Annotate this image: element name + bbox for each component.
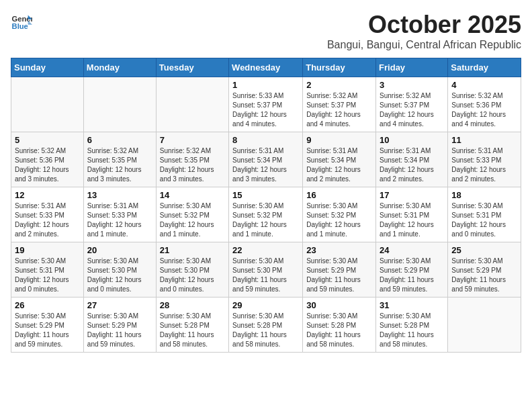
logo-icon: General Blue [11, 11, 32, 32]
day-number: 28 [160, 300, 225, 310]
calendar-header-row: Sunday Monday Tuesday Wednesday Thursday… [11, 58, 521, 77]
day-info: Sunrise: 5:30 AM Sunset: 5:28 PM Dayligh… [306, 312, 372, 349]
calendar-cell: 1Sunrise: 5:33 AM Sunset: 5:37 PM Daylig… [229, 77, 303, 132]
day-number: 17 [380, 190, 444, 200]
calendar-week-5: 26Sunrise: 5:30 AM Sunset: 5:29 PM Dayli… [11, 298, 521, 353]
day-info: Sunrise: 5:30 AM Sunset: 5:29 PM Dayligh… [380, 257, 444, 294]
day-number: 12 [15, 190, 80, 200]
subtitle: Bangui, Bangui, Central African Republic [327, 39, 521, 51]
day-number: 30 [306, 300, 372, 310]
day-info: Sunrise: 5:30 AM Sunset: 5:28 PM Dayligh… [232, 312, 299, 349]
day-number: 25 [451, 245, 517, 255]
day-number: 19 [15, 245, 80, 255]
calendar-cell: 23Sunrise: 5:30 AM Sunset: 5:29 PM Dayli… [303, 242, 376, 298]
calendar-cell: 21Sunrise: 5:30 AM Sunset: 5:30 PM Dayli… [156, 242, 228, 298]
day-number: 27 [87, 300, 152, 310]
col-sunday: Sunday [11, 58, 84, 77]
day-number: 10 [380, 135, 444, 145]
day-number: 18 [451, 190, 517, 200]
day-info: Sunrise: 5:32 AM Sunset: 5:35 PM Dayligh… [160, 146, 225, 184]
day-info: Sunrise: 5:30 AM Sunset: 5:32 PM Dayligh… [306, 201, 372, 239]
day-number: 11 [451, 135, 517, 145]
svg-text:Blue: Blue [12, 22, 28, 30]
calendar-cell: 11Sunrise: 5:31 AM Sunset: 5:33 PM Dayli… [448, 132, 521, 187]
day-number: 20 [87, 245, 152, 255]
day-number: 14 [160, 190, 225, 200]
calendar-cell: 15Sunrise: 5:30 AM Sunset: 5:32 PM Dayli… [229, 187, 303, 242]
calendar-cell: 28Sunrise: 5:30 AM Sunset: 5:28 PM Dayli… [156, 298, 228, 353]
calendar-cell: 19Sunrise: 5:30 AM Sunset: 5:31 PM Dayli… [11, 242, 84, 298]
calendar-week-1: 1Sunrise: 5:33 AM Sunset: 5:37 PM Daylig… [11, 77, 521, 132]
calendar-cell: 9Sunrise: 5:31 AM Sunset: 5:34 PM Daylig… [303, 132, 376, 187]
calendar-cell: 27Sunrise: 5:30 AM Sunset: 5:29 PM Dayli… [83, 298, 156, 353]
day-number: 26 [15, 300, 80, 310]
day-info: Sunrise: 5:30 AM Sunset: 5:31 PM Dayligh… [380, 201, 444, 239]
calendar-cell: 31Sunrise: 5:30 AM Sunset: 5:28 PM Dayli… [376, 298, 448, 353]
day-info: Sunrise: 5:32 AM Sunset: 5:36 PM Dayligh… [15, 146, 80, 184]
day-info: Sunrise: 5:30 AM Sunset: 5:30 PM Dayligh… [232, 257, 299, 294]
col-saturday: Saturday [448, 58, 521, 77]
calendar-cell: 12Sunrise: 5:31 AM Sunset: 5:33 PM Dayli… [11, 187, 84, 242]
col-tuesday: Tuesday [156, 58, 228, 77]
calendar-cell: 24Sunrise: 5:30 AM Sunset: 5:29 PM Dayli… [376, 242, 448, 298]
day-number: 21 [160, 245, 225, 255]
day-info: Sunrise: 5:32 AM Sunset: 5:37 PM Dayligh… [380, 91, 444, 129]
calendar-cell: 17Sunrise: 5:30 AM Sunset: 5:31 PM Dayli… [376, 187, 448, 242]
calendar-week-2: 5Sunrise: 5:32 AM Sunset: 5:36 PM Daylig… [11, 132, 521, 187]
calendar-cell: 13Sunrise: 5:31 AM Sunset: 5:33 PM Dayli… [83, 187, 156, 242]
day-info: Sunrise: 5:32 AM Sunset: 5:37 PM Dayligh… [306, 91, 372, 129]
day-number: 29 [232, 300, 299, 310]
day-number: 15 [232, 190, 299, 200]
calendar-table: Sunday Monday Tuesday Wednesday Thursday… [11, 58, 521, 353]
day-number: 22 [232, 245, 299, 255]
calendar-cell [83, 77, 156, 132]
title-section: October 2025 Bangui, Bangui, Central Afr… [327, 11, 521, 51]
calendar-cell: 30Sunrise: 5:30 AM Sunset: 5:28 PM Dayli… [303, 298, 376, 353]
month-title: October 2025 [327, 11, 521, 39]
calendar-week-3: 12Sunrise: 5:31 AM Sunset: 5:33 PM Dayli… [11, 187, 521, 242]
day-number: 3 [380, 80, 444, 90]
day-number: 4 [451, 80, 517, 90]
col-friday: Friday [376, 58, 448, 77]
calendar-cell: 3Sunrise: 5:32 AM Sunset: 5:37 PM Daylig… [376, 77, 448, 132]
day-info: Sunrise: 5:30 AM Sunset: 5:28 PM Dayligh… [160, 312, 225, 349]
day-info: Sunrise: 5:33 AM Sunset: 5:37 PM Dayligh… [232, 91, 299, 129]
calendar-cell: 10Sunrise: 5:31 AM Sunset: 5:34 PM Dayli… [376, 132, 448, 187]
day-info: Sunrise: 5:30 AM Sunset: 5:29 PM Dayligh… [306, 257, 372, 294]
calendar-cell: 14Sunrise: 5:30 AM Sunset: 5:32 PM Dayli… [156, 187, 228, 242]
calendar-cell: 5Sunrise: 5:32 AM Sunset: 5:36 PM Daylig… [11, 132, 84, 187]
day-info: Sunrise: 5:31 AM Sunset: 5:33 PM Dayligh… [87, 201, 152, 239]
day-info: Sunrise: 5:30 AM Sunset: 5:31 PM Dayligh… [15, 257, 80, 294]
calendar-cell: 4Sunrise: 5:32 AM Sunset: 5:36 PM Daylig… [448, 77, 521, 132]
calendar-cell: 16Sunrise: 5:30 AM Sunset: 5:32 PM Dayli… [303, 187, 376, 242]
calendar-cell: 26Sunrise: 5:30 AM Sunset: 5:29 PM Dayli… [11, 298, 84, 353]
day-number: 5 [15, 135, 80, 145]
day-info: Sunrise: 5:30 AM Sunset: 5:29 PM Dayligh… [451, 257, 517, 294]
day-info: Sunrise: 5:30 AM Sunset: 5:31 PM Dayligh… [451, 201, 517, 239]
calendar-cell: 29Sunrise: 5:30 AM Sunset: 5:28 PM Dayli… [229, 298, 303, 353]
col-thursday: Thursday [303, 58, 376, 77]
calendar-cell: 18Sunrise: 5:30 AM Sunset: 5:31 PM Dayli… [448, 187, 521, 242]
day-info: Sunrise: 5:30 AM Sunset: 5:28 PM Dayligh… [380, 312, 444, 349]
day-number: 6 [87, 135, 152, 145]
logo: General Blue [11, 11, 32, 32]
day-info: Sunrise: 5:30 AM Sunset: 5:29 PM Dayligh… [87, 312, 152, 349]
day-number: 31 [380, 300, 444, 310]
day-info: Sunrise: 5:31 AM Sunset: 5:34 PM Dayligh… [232, 146, 299, 184]
calendar-cell [11, 77, 84, 132]
day-info: Sunrise: 5:30 AM Sunset: 5:30 PM Dayligh… [87, 257, 152, 294]
calendar-cell: 2Sunrise: 5:32 AM Sunset: 5:37 PM Daylig… [303, 77, 376, 132]
day-info: Sunrise: 5:31 AM Sunset: 5:33 PM Dayligh… [15, 201, 80, 239]
day-number: 2 [306, 80, 372, 90]
day-number: 16 [306, 190, 372, 200]
day-number: 9 [306, 135, 372, 145]
day-info: Sunrise: 5:32 AM Sunset: 5:36 PM Dayligh… [451, 91, 517, 129]
calendar-cell [448, 298, 521, 353]
day-number: 7 [160, 135, 225, 145]
day-info: Sunrise: 5:30 AM Sunset: 5:30 PM Dayligh… [160, 257, 225, 294]
day-info: Sunrise: 5:30 AM Sunset: 5:32 PM Dayligh… [160, 201, 225, 239]
day-number: 24 [380, 245, 444, 255]
col-monday: Monday [83, 58, 156, 77]
calendar-cell: 20Sunrise: 5:30 AM Sunset: 5:30 PM Dayli… [83, 242, 156, 298]
day-info: Sunrise: 5:30 AM Sunset: 5:32 PM Dayligh… [232, 201, 299, 239]
